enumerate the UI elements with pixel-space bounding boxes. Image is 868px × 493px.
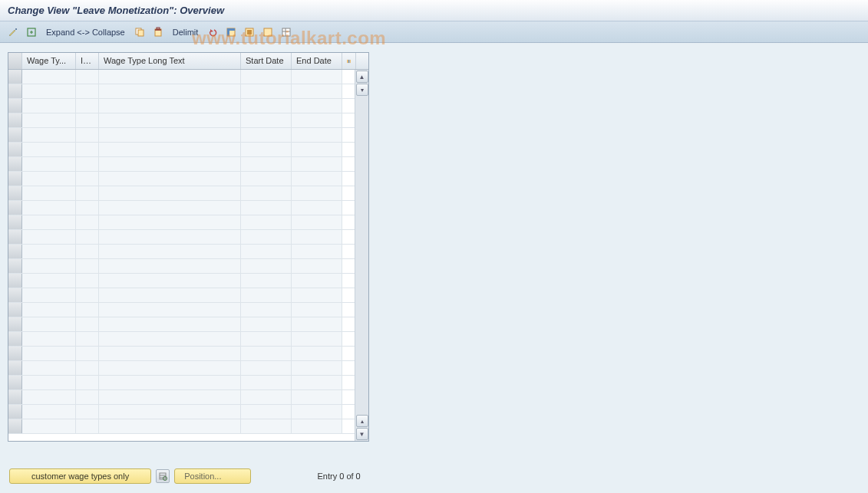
cell-wage-type[interactable] xyxy=(22,347,76,360)
table-row[interactable] xyxy=(8,390,355,405)
toggle-edit-icon[interactable] xyxy=(6,25,20,39)
cell-infotype[interactable] xyxy=(76,157,99,171)
cell-wage-type[interactable] xyxy=(22,70,76,84)
vertical-scrollbar[interactable]: ▲ ▾ ▴ ▼ xyxy=(355,70,368,441)
deselect-all-icon[interactable] xyxy=(261,25,275,39)
cell-end-date[interactable] xyxy=(292,201,342,215)
delete-icon[interactable] xyxy=(151,25,165,39)
cell-infotype[interactable] xyxy=(76,70,99,84)
cell-wage-type[interactable] xyxy=(22,303,76,317)
cell-wage-type[interactable] xyxy=(22,99,76,113)
row-selector[interactable] xyxy=(8,215,22,229)
cell-long-text[interactable] xyxy=(99,332,241,346)
cell-infotype[interactable] xyxy=(76,99,99,113)
cell-end-date[interactable] xyxy=(292,390,342,404)
cell-infotype[interactable] xyxy=(76,143,99,156)
table-row[interactable] xyxy=(8,70,355,84)
cell-infotype[interactable] xyxy=(76,84,99,98)
cell-long-text[interactable] xyxy=(99,376,241,389)
row-selector[interactable] xyxy=(8,201,22,215)
cell-long-text[interactable] xyxy=(99,303,241,317)
cell-end-date[interactable] xyxy=(292,186,342,200)
table-row[interactable] xyxy=(8,405,355,419)
cell-end-date[interactable] xyxy=(292,230,342,244)
cell-wage-type[interactable] xyxy=(22,274,76,288)
cell-wage-type[interactable] xyxy=(22,186,76,200)
cell-start-date[interactable] xyxy=(241,230,292,244)
scroll-track-top-icon[interactable]: ▾ xyxy=(356,84,368,96)
table-row[interactable] xyxy=(8,230,355,245)
cell-long-text[interactable] xyxy=(99,419,241,433)
cell-end-date[interactable] xyxy=(292,157,342,171)
cell-end-date[interactable] xyxy=(292,317,342,331)
row-selector[interactable] xyxy=(8,303,22,317)
scroll-down-icon[interactable]: ▼ xyxy=(356,428,368,440)
cell-long-text[interactable] xyxy=(99,405,241,419)
row-selector[interactable] xyxy=(8,143,22,156)
cell-start-date[interactable] xyxy=(241,215,292,229)
customer-wage-types-button[interactable]: customer wage types only xyxy=(9,468,151,484)
expand-collapse-button[interactable]: Expand <-> Collapse xyxy=(43,28,128,37)
cell-end-date[interactable] xyxy=(292,303,342,317)
cell-infotype[interactable] xyxy=(76,376,99,389)
select-all-icon[interactable] xyxy=(224,25,238,39)
cell-wage-type[interactable] xyxy=(22,361,76,375)
row-selector[interactable] xyxy=(8,99,22,113)
select-block-icon[interactable] xyxy=(243,25,256,39)
cell-end-date[interactable] xyxy=(292,84,342,98)
cell-start-date[interactable] xyxy=(241,303,292,317)
cell-end-date[interactable] xyxy=(292,143,342,156)
cell-start-date[interactable] xyxy=(241,376,292,389)
cell-long-text[interactable] xyxy=(99,99,241,113)
undo-icon[interactable] xyxy=(206,25,219,39)
cell-end-date[interactable] xyxy=(292,419,342,433)
table-row[interactable] xyxy=(8,259,355,274)
cell-end-date[interactable] xyxy=(292,128,342,142)
cell-end-date[interactable] xyxy=(292,347,342,360)
cell-end-date[interactable] xyxy=(292,288,342,302)
cell-long-text[interactable] xyxy=(99,172,241,186)
cell-wage-type[interactable] xyxy=(22,172,76,186)
cell-infotype[interactable] xyxy=(76,201,99,215)
table-row[interactable] xyxy=(8,317,355,332)
scroll-track-bottom-icon[interactable]: ▴ xyxy=(356,415,368,427)
cell-wage-type[interactable] xyxy=(22,143,76,156)
row-selector[interactable] xyxy=(8,288,22,302)
cell-infotype[interactable] xyxy=(76,288,99,302)
cell-long-text[interactable] xyxy=(99,259,241,273)
cell-start-date[interactable] xyxy=(241,99,292,113)
row-selector[interactable] xyxy=(8,259,22,273)
cell-infotype[interactable] xyxy=(76,215,99,229)
row-selector[interactable] xyxy=(8,347,22,360)
row-selector[interactable] xyxy=(8,405,22,419)
row-selector[interactable] xyxy=(8,419,22,433)
cell-end-date[interactable] xyxy=(292,215,342,229)
table-row[interactable] xyxy=(8,332,355,347)
cell-wage-type[interactable] xyxy=(22,288,76,302)
row-selector[interactable] xyxy=(8,113,22,127)
cell-wage-type[interactable] xyxy=(22,113,76,127)
cell-start-date[interactable] xyxy=(241,361,292,375)
cell-start-date[interactable] xyxy=(241,128,292,142)
cell-infotype[interactable] xyxy=(76,172,99,186)
table-row[interactable] xyxy=(8,347,355,361)
row-selector[interactable] xyxy=(8,84,22,98)
table-row[interactable] xyxy=(8,172,355,186)
cell-wage-type[interactable] xyxy=(22,215,76,229)
delimit-button[interactable]: Delimit xyxy=(170,28,202,37)
cell-wage-type[interactable] xyxy=(22,128,76,142)
table-row[interactable] xyxy=(8,157,355,172)
cell-infotype[interactable] xyxy=(76,419,99,433)
column-infotype[interactable]: Inf... xyxy=(76,53,99,69)
cell-long-text[interactable] xyxy=(99,230,241,244)
row-selector[interactable] xyxy=(8,186,22,200)
cell-long-text[interactable] xyxy=(99,361,241,375)
table-row[interactable] xyxy=(8,215,355,230)
cell-wage-type[interactable] xyxy=(22,230,76,244)
table-row[interactable] xyxy=(8,419,355,434)
cell-long-text[interactable] xyxy=(99,143,241,156)
cell-end-date[interactable] xyxy=(292,99,342,113)
table-settings-icon[interactable] xyxy=(279,25,293,39)
cell-infotype[interactable] xyxy=(76,390,99,404)
cell-start-date[interactable] xyxy=(241,332,292,346)
